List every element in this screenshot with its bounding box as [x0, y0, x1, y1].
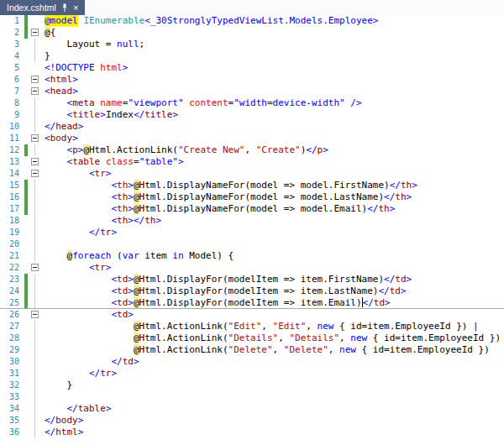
code-text[interactable]: </table> — [41, 403, 112, 415]
code-line[interactable]: 4} — [0, 50, 504, 62]
code-line[interactable]: 28 @Html.ActionLink("Details", "Details"… — [0, 332, 504, 344]
line-number[interactable]: 17 — [0, 203, 24, 215]
line-number[interactable]: 36 — [0, 427, 24, 438]
line-number[interactable]: 20 — [0, 238, 24, 250]
code-text[interactable]: @Html.ActionLink("Details", "Details", n… — [41, 332, 504, 344]
code-text[interactable]: <th>@Html.DisplayNameFor(model => model.… — [41, 191, 412, 203]
code-text[interactable]: Layout = null; — [41, 39, 144, 50]
code-line[interactable]: 7<head> — [0, 86, 504, 97]
line-number[interactable]: 31 — [0, 368, 24, 380]
code-text[interactable]: </tr> — [41, 368, 117, 380]
line-number[interactable]: 11 — [0, 133, 24, 144]
code-text[interactable]: <html> — [41, 74, 78, 86]
fold-collapse-icon[interactable] — [31, 170, 39, 177]
code-line[interactable]: 16 <th>@Html.DisplayNameFor(model => mod… — [0, 191, 504, 203]
code-line[interactable]: 1@model IEnumerable<_30StronglyTypedView… — [0, 15, 504, 27]
line-number[interactable]: 7 — [0, 86, 24, 97]
line-number[interactable]: 22 — [0, 262, 24, 274]
fold-collapse-icon[interactable] — [31, 158, 39, 165]
line-number[interactable]: 5 — [0, 62, 24, 74]
fold-collapse-icon[interactable] — [31, 311, 39, 318]
line-number[interactable]: 29 — [0, 344, 24, 356]
code-text[interactable]: <td> — [41, 309, 134, 321]
code-text[interactable]: </body> — [41, 415, 83, 427]
code-line[interactable]: 29 @Html.ActionLink("Delete", "Delete", … — [0, 344, 504, 356]
code-line[interactable]: 11<body> — [0, 133, 504, 144]
line-number[interactable]: 34 — [0, 403, 24, 415]
line-number[interactable]: 10 — [0, 121, 24, 133]
code-line[interactable]: 17 <th>@Html.DisplayNameFor(model => mod… — [0, 203, 504, 215]
line-number[interactable]: 6 — [0, 74, 24, 86]
line-number[interactable]: 19 — [0, 227, 24, 238]
code-text[interactable]: <td>@Html.DisplayFor(modelItem => item.F… — [41, 274, 412, 285]
code-text[interactable]: @foreach (var item in Model) { — [41, 250, 234, 262]
code-line[interactable]: 36</html> — [0, 427, 504, 438]
code-text[interactable] — [41, 391, 45, 403]
fold-collapse-icon[interactable] — [31, 264, 39, 271]
code-line[interactable]: 24 <td>@Html.DisplayFor(modelItem => ite… — [0, 285, 504, 297]
fold-collapse-icon[interactable] — [31, 29, 39, 36]
line-number[interactable]: 21 — [0, 250, 24, 262]
code-line[interactable]: 35</body> — [0, 415, 504, 427]
line-number[interactable]: 24 — [0, 285, 24, 297]
line-number[interactable]: 30 — [0, 356, 24, 368]
pin-icon[interactable] — [61, 3, 68, 13]
code-text[interactable]: } — [41, 380, 72, 391]
code-text[interactable]: <body> — [41, 133, 78, 144]
code-line[interactable]: 10</head> — [0, 121, 504, 133]
line-number[interactable]: 8 — [0, 97, 24, 109]
code-text[interactable]: @{ — [41, 27, 55, 39]
line-number[interactable]: 18 — [0, 215, 24, 227]
code-line[interactable]: 5<!DOCTYPE html> — [0, 62, 504, 74]
code-line[interactable]: 12 <p>@Html.ActionLink("Create New", "Cr… — [0, 144, 504, 156]
code-line[interactable]: 27 @Html.ActionLink("Edit", "Edit", new … — [0, 321, 504, 332]
code-text[interactable] — [41, 238, 45, 250]
line-number[interactable]: 13 — [0, 156, 24, 168]
code-line[interactable]: 34 </table> — [0, 403, 504, 415]
fold-collapse-icon[interactable] — [31, 87, 39, 95]
code-text[interactable]: </head> — [41, 121, 83, 133]
code-text[interactable]: <meta name="viewport" content="width=dev… — [41, 97, 362, 109]
code-text[interactable]: </html> — [41, 427, 83, 438]
line-number[interactable]: 3 — [0, 39, 24, 50]
code-line[interactable]: 30 </td> — [0, 356, 504, 368]
code-text[interactable]: <title>Index</title> — [41, 109, 178, 121]
code-text[interactable]: <th>@Html.DisplayNameFor(model => model.… — [41, 203, 395, 215]
code-text[interactable]: } — [41, 50, 50, 62]
line-number[interactable]: 16 — [0, 191, 24, 203]
code-line[interactable]: 20 — [0, 238, 504, 250]
code-line[interactable]: 18 <th></th> — [0, 215, 504, 227]
code-text[interactable]: </td> — [41, 356, 139, 368]
line-number[interactable]: 15 — [0, 180, 24, 191]
line-number[interactable]: 9 — [0, 109, 24, 121]
line-number[interactable]: 14 — [0, 168, 24, 180]
code-line[interactable]: 14 <tr> — [0, 168, 504, 180]
code-text[interactable]: <table class="table"> — [41, 156, 184, 168]
code-line[interactable]: 25 <td>@Html.DisplayFor(modelItem => ite… — [0, 297, 504, 309]
line-number[interactable]: 28 — [0, 332, 24, 344]
code-text[interactable]: </tr> — [41, 227, 117, 238]
code-text[interactable]: <th></th> — [41, 215, 161, 227]
code-text[interactable]: @model IEnumerable<_30StronglyTypedViewL… — [41, 15, 378, 27]
close-icon[interactable]: × — [73, 3, 78, 13]
code-text[interactable]: @Html.ActionLink("Edit", "Edit", new { i… — [41, 321, 479, 332]
code-line[interactable]: 9 <title>Index</title> — [0, 109, 504, 121]
line-number[interactable]: 23 — [0, 274, 24, 285]
line-number[interactable]: 4 — [0, 50, 24, 62]
code-line[interactable]: 33 — [0, 391, 504, 403]
code-text[interactable]: <!DOCTYPE html> — [41, 62, 128, 74]
code-text[interactable]: <p>@Html.ActionLink("Create New", "Creat… — [41, 144, 328, 156]
fold-collapse-icon[interactable] — [31, 76, 39, 83]
line-number[interactable]: 32 — [0, 380, 24, 391]
code-text[interactable]: <tr> — [41, 262, 111, 274]
code-line[interactable]: 31 </tr> — [0, 368, 504, 380]
line-number[interactable]: 33 — [0, 391, 24, 403]
tab-index-cshtml[interactable]: Index.cshtml × — [0, 0, 85, 15]
line-number[interactable]: 27 — [0, 321, 24, 332]
code-line[interactable]: 3 Layout = null; — [0, 39, 504, 50]
code-line[interactable]: 2@{ — [0, 27, 504, 39]
code-line[interactable]: 21 @foreach (var item in Model) { — [0, 250, 504, 262]
code-line[interactable]: 22 <tr> — [0, 262, 504, 274]
code-line[interactable]: 8 <meta name="viewport" content="width=d… — [0, 97, 504, 109]
code-text[interactable]: <tr> — [41, 168, 111, 180]
